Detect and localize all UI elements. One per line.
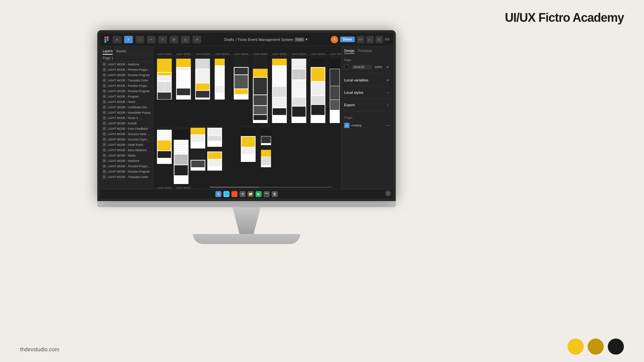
remove-plugin-icon[interactable]: — bbox=[386, 123, 390, 128]
layer-item[interactable]: ⊞LIGHT MODE - Form Feedback bbox=[100, 126, 153, 131]
frame-label: LIGHT MODE ... bbox=[176, 187, 193, 189]
layer-item[interactable]: ⊞LIGHT MODE - Home 4 bbox=[100, 115, 153, 121]
layer-item[interactable]: ⊞LIGHT MODE - Medizine bbox=[100, 62, 153, 67]
breadcrumb-chevron-icon[interactable]: ▾ bbox=[306, 37, 308, 42]
layer-icon: ⊞ bbox=[103, 175, 106, 179]
breadcrumb-drafts[interactable]: Drafts bbox=[224, 38, 234, 42]
dock-misc-icon1[interactable]: ⚙ bbox=[239, 191, 246, 197]
frame-label: LIGHT MODE ... bbox=[157, 53, 174, 55]
frames-col-rightmost bbox=[261, 125, 271, 167]
frame-wrapper: LIGHT MODE ... bbox=[272, 53, 289, 123]
figma-canvas[interactable]: LIGHT MODE ... LIGHT MOD bbox=[154, 46, 341, 189]
zoom-level[interactable]: 6% bbox=[385, 38, 390, 41]
monitor: ▸ # □ ✏ T ⊞ ◎ ↺ Drafts / Fictro Event Ma… bbox=[97, 30, 396, 238]
page-label: Page 1 bbox=[100, 55, 153, 62]
mini-frame bbox=[191, 150, 205, 171]
user-avatar[interactable]: T bbox=[331, 36, 338, 43]
dock-misc-icon2[interactable]: 📁 bbox=[248, 191, 254, 197]
bottom-url: thdevstudio.com bbox=[20, 347, 59, 353]
layer-item[interactable]: ⊞LIGHT MODE - Preview Program bbox=[100, 72, 153, 78]
svg-rect-2 bbox=[104, 39, 106, 41]
circle-black bbox=[608, 339, 624, 355]
dock-safari-icon[interactable]: 🌐 bbox=[223, 191, 229, 197]
mini-frame bbox=[215, 56, 225, 100]
layer-item[interactable]: ⊞LIGHT MODE - Program bbox=[100, 94, 153, 99]
dock-misc-icon5[interactable]: 🗑 bbox=[272, 191, 278, 197]
tab-design[interactable]: Design bbox=[344, 49, 355, 54]
frame-tool-btn[interactable]: # bbox=[124, 36, 133, 43]
layer-icon: ⊞ bbox=[103, 111, 106, 114]
frame-label: LIGHT MODE ... bbox=[215, 53, 232, 55]
layer-item[interactable]: ⊞LIGHT MODE - Success Payment bbox=[100, 137, 153, 142]
layer-icon: ⊞ bbox=[103, 148, 106, 152]
monitor-base bbox=[193, 234, 300, 244]
tab-prototype[interactable]: Prototype bbox=[358, 49, 372, 54]
layer-item[interactable]: ⊞LIGHT MODE - Kontak bbox=[100, 121, 153, 126]
layer-icon: ⊞ bbox=[103, 159, 106, 163]
canvas-scrollbar[interactable] bbox=[210, 187, 332, 188]
page-color-swatch[interactable] bbox=[344, 65, 349, 69]
present-btn[interactable]: ▷ bbox=[366, 36, 374, 43]
layer-icon: ⊞ bbox=[103, 89, 106, 93]
layer-icon: ⊞ bbox=[103, 127, 106, 130]
frames-col-right2 bbox=[207, 125, 222, 171]
share-button[interactable]: Share bbox=[340, 37, 355, 42]
eye-icon[interactable]: 👁 bbox=[385, 64, 390, 70]
layer-icon: ⊞ bbox=[103, 100, 106, 104]
svg-rect-3 bbox=[104, 41, 106, 43]
layer-item[interactable]: ⊞LIGHT MODE - Medizine bbox=[100, 158, 153, 164]
layer-item[interactable]: ⊞LIGHT MODE - Transaksi Order bbox=[100, 174, 153, 180]
layer-item[interactable]: ⊞LIGHT MODE - Newsletter Popup bbox=[100, 110, 153, 115]
layer-item[interactable]: ⊞LIGHT MODE - Transaksi Order bbox=[100, 78, 153, 83]
move-tool-btn[interactable]: ▸ bbox=[113, 36, 121, 43]
layer-icon: ⊞ bbox=[103, 68, 106, 71]
layer-item[interactable]: ⊞LIGHT MODE - Baca Medizine bbox=[100, 147, 153, 153]
dock-misc-icon3[interactable]: ▶ bbox=[256, 191, 262, 197]
tab-layers[interactable]: Layers bbox=[103, 48, 113, 55]
free-badge: Free bbox=[295, 38, 305, 42]
figma-logo-icon[interactable] bbox=[103, 36, 110, 43]
dock-misc-icon4[interactable]: 📷 bbox=[264, 191, 270, 197]
tab-assets[interactable]: Assets bbox=[116, 48, 126, 55]
layer-icon: ⊞ bbox=[103, 170, 106, 173]
layer-item[interactable]: ⊞LIGHT MODE - About bbox=[100, 99, 153, 105]
mini-frame bbox=[241, 125, 256, 162]
mini-frame bbox=[157, 56, 172, 100]
local-variables-label: Local variables bbox=[344, 78, 368, 82]
layer-item[interactable]: ⊞LIGHT MODE - Detail Event bbox=[100, 142, 153, 147]
frame-wrapper: LIGHT MODE ... bbox=[195, 53, 212, 100]
layer-item[interactable]: ⊞LIGHT MODE - Preview Program bbox=[100, 169, 153, 174]
page-color-input[interactable]: 1E1E1E bbox=[352, 65, 372, 69]
divider bbox=[344, 99, 390, 99]
layer-item[interactable]: ⊞LIGHT MODE - Certificate Checker bbox=[100, 105, 153, 110]
breadcrumb-project[interactable]: Fictro Event Management System bbox=[238, 38, 293, 42]
layer-item[interactable]: ⊞LIGHT MODE - Success Send Fee... bbox=[100, 131, 153, 137]
code-view-btn[interactable]: </> bbox=[357, 36, 364, 43]
layer-item[interactable]: ⊞LIGHT MODE - Media bbox=[100, 153, 153, 158]
layer-item[interactable]: ⊞LIGHT MODE - Preview Program ... bbox=[100, 164, 153, 169]
mini-frame bbox=[253, 56, 268, 123]
svg-rect-0 bbox=[104, 37, 106, 39]
canvas-content: LIGHT MODE ... LIGHT MOD bbox=[157, 53, 338, 186]
layer-icon: ⊞ bbox=[103, 106, 106, 109]
figma-ui: ▸ # □ ✏ T ⊞ ◎ ↺ Drafts / Fictro Event Ma… bbox=[100, 33, 393, 198]
layer-icon: ⊞ bbox=[103, 138, 106, 141]
text-tool-btn[interactable]: T bbox=[158, 36, 167, 43]
local-variables-icon[interactable]: ⇌ bbox=[385, 77, 390, 83]
shape-tool-btn[interactable]: □ bbox=[136, 36, 144, 43]
plugin-label: Plugin bbox=[344, 116, 390, 119]
layer-item[interactable]: ⊞LIGHT MODE - Preview Progam ... bbox=[100, 83, 153, 88]
plugin-tool-btn[interactable]: ◎ bbox=[181, 36, 190, 43]
layer-item[interactable]: ⊞LIGHT MODE - Preview Program bbox=[100, 88, 153, 94]
add-export-icon[interactable]: + bbox=[385, 102, 390, 108]
dock-finder-icon[interactable]: 🖥 bbox=[215, 191, 221, 197]
community-btn[interactable]: ⊡ bbox=[376, 36, 383, 43]
layer-item[interactable]: ⊞LIGHT MODE - Preview Program ... bbox=[100, 67, 153, 72]
frame-wrapper-tall bbox=[174, 125, 189, 184]
rotate-tool-btn[interactable]: ↺ bbox=[193, 36, 201, 43]
pen-tool-btn[interactable]: ✏ bbox=[147, 36, 156, 43]
component-tool-btn[interactable]: ⊞ bbox=[170, 36, 178, 43]
add-local-style-icon[interactable]: + bbox=[385, 90, 390, 95]
dock-figma-icon[interactable] bbox=[231, 191, 237, 197]
layer-icon: ⊞ bbox=[103, 122, 106, 125]
